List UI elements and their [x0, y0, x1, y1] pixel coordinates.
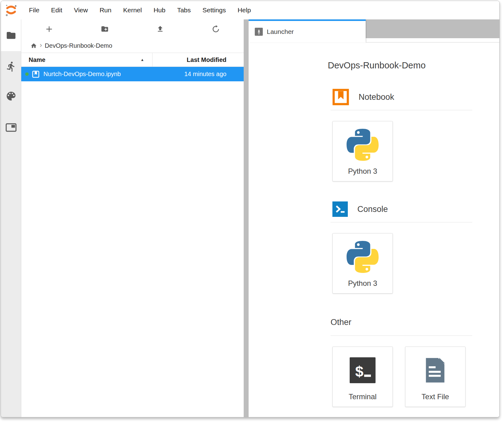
- other-section-header: Other: [331, 317, 472, 327]
- terminal-icon: $: [350, 357, 376, 383]
- new-launcher-button[interactable]: [21, 19, 77, 39]
- sidebar-tab-open-tabs[interactable]: [1, 121, 21, 134]
- jupyterlab-window: File Edit View Run Kernel Hub Tabs Setti…: [1, 1, 500, 417]
- section-divider: [331, 222, 472, 222]
- upload-icon: [156, 25, 164, 33]
- refresh-button[interactable]: [188, 19, 244, 39]
- section-divider: [331, 335, 472, 336]
- console-section-label: Console: [357, 205, 388, 214]
- refresh-icon: [212, 25, 220, 33]
- launcher-card-notebook-python3[interactable]: Python 3: [332, 121, 393, 181]
- file-row-selected[interactable]: Nurtch-DevOps-Demo.ipynb 14 minutes ago: [21, 67, 244, 81]
- breadcrumb-current-folder[interactable]: DevOps-Runbook-Demo: [45, 42, 112, 49]
- sort-ascending-icon: ▲: [140, 58, 144, 62]
- upload-button[interactable]: [132, 19, 188, 39]
- python-icon: [347, 241, 379, 273]
- sidebar-tab-files[interactable]: [1, 19, 21, 51]
- section-divider: [331, 110, 472, 110]
- main-area: › DevOps-Runbook-Demo Name ▲ Last Modifi…: [1, 19, 499, 417]
- menu-items: File Edit View Run Kernel Hub Tabs Setti…: [23, 5, 257, 16]
- launcher-card-terminal[interactable]: $ Terminal: [332, 347, 393, 407]
- breadcrumb-separator: ›: [40, 41, 42, 49]
- launcher-rocket-icon: [255, 28, 263, 36]
- file-list-header: Name ▲ Last Modified: [21, 53, 244, 67]
- menu-edit[interactable]: Edit: [45, 5, 68, 16]
- launcher-section-console: Console Python 3: [331, 201, 472, 294]
- file-browser-panel: › DevOps-Runbook-Demo Name ▲ Last Modifi…: [21, 19, 244, 417]
- card-label: Python 3: [348, 167, 377, 181]
- console-section-header: Console: [332, 201, 472, 218]
- menu-tabs[interactable]: Tabs: [171, 5, 197, 16]
- kernel-running-dot: [25, 72, 29, 76]
- file-last-modified: 14 minutes ago: [121, 71, 244, 78]
- running-man-icon: [6, 61, 17, 72]
- sidebar-tab-commands[interactable]: [1, 89, 21, 103]
- file-list-empty-area: [21, 81, 244, 417]
- file-name: Nurtch-DevOps-Demo.ipynb: [43, 71, 121, 78]
- new-launcher-icon: [45, 25, 53, 33]
- menu-settings[interactable]: Settings: [197, 5, 232, 16]
- home-icon[interactable]: [30, 43, 37, 49]
- jupyter-logo-icon: [4, 3, 18, 17]
- dock-panel: Launcher DevOps-Runbook-Demo Notebook: [249, 19, 499, 417]
- breadcrumb: › DevOps-Runbook-Demo: [21, 39, 244, 53]
- notebook-section-header: Notebook: [332, 88, 472, 106]
- notebook-section-label: Notebook: [359, 92, 394, 102]
- column-header-name[interactable]: Name ▲: [21, 53, 152, 67]
- card-label: Python 3: [348, 279, 377, 293]
- python-icon: [347, 129, 379, 161]
- launcher-section-other: Other $ Terminal: [331, 317, 472, 407]
- launcher-section-notebook: Notebook Python 3: [331, 88, 472, 181]
- left-sidebar: [1, 19, 21, 417]
- new-folder-icon: [101, 25, 109, 33]
- menu-run[interactable]: Run: [94, 5, 117, 16]
- menu-bar: File Edit View Run Kernel Hub Tabs Setti…: [1, 1, 499, 19]
- card-label: Terminal: [349, 392, 377, 407]
- palette-icon: [5, 90, 17, 102]
- column-header-last-modified[interactable]: Last Modified: [152, 53, 244, 67]
- menu-kernel[interactable]: Kernel: [117, 5, 148, 16]
- other-section-label: Other: [331, 318, 352, 327]
- text-file-icon: [424, 357, 446, 384]
- notebook-icon: [332, 89, 349, 105]
- file-browser-toolbar: [21, 19, 244, 39]
- folder-icon: [6, 30, 16, 41]
- menu-view[interactable]: View: [68, 5, 94, 16]
- card-label: Text File: [421, 392, 449, 407]
- launcher-title: DevOps-Runbook-Demo: [328, 60, 487, 71]
- launcher-panel: DevOps-Runbook-Demo Notebook: [249, 43, 499, 417]
- sidebar-tab-running-sessions[interactable]: [1, 60, 21, 73]
- svg-text:$: $: [355, 363, 364, 379]
- name-column-label: Name: [29, 56, 45, 63]
- launcher-card-console-python3[interactable]: Python 3: [332, 233, 393, 294]
- tab-launcher-label: Launcher: [267, 28, 294, 35]
- console-icon: [332, 201, 348, 217]
- dock-tab-bar: Launcher: [249, 19, 499, 43]
- menu-hub[interactable]: Hub: [148, 5, 171, 16]
- menu-file[interactable]: File: [23, 5, 45, 16]
- launcher-card-text-file[interactable]: Text File: [405, 347, 465, 407]
- panel-splitter-handle[interactable]: [244, 19, 249, 417]
- tabs-icon: [6, 123, 17, 132]
- new-folder-button[interactable]: [77, 19, 133, 39]
- notebook-file-icon: [32, 70, 40, 78]
- modified-column-label: Last Modified: [187, 56, 226, 63]
- menu-help[interactable]: Help: [232, 5, 257, 16]
- tab-launcher[interactable]: Launcher: [249, 19, 366, 43]
